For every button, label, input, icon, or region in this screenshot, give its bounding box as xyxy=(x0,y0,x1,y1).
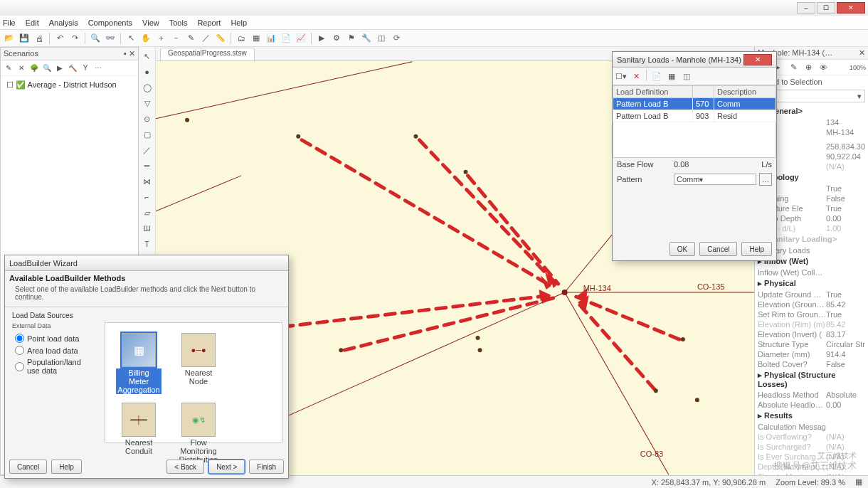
vt-pump-icon[interactable]: ⊙ xyxy=(141,112,154,125)
tb-undo-icon[interactable]: ↶ xyxy=(53,32,66,45)
col-val[interactable] xyxy=(692,86,714,98)
menu-analysis[interactable]: Analysis xyxy=(49,18,78,27)
menu-view[interactable]: View xyxy=(142,18,159,27)
tb-binoculars-icon[interactable]: 👓 xyxy=(104,32,117,45)
scen-run-icon[interactable]: ▶ xyxy=(54,63,65,74)
tb-measure-icon[interactable]: 📏 xyxy=(214,32,227,45)
tb-print-icon[interactable]: 🖨 xyxy=(33,32,46,45)
tb-refresh-icon[interactable]: ⟳ xyxy=(390,32,403,45)
window-close-button[interactable]: ✕ xyxy=(837,2,865,14)
base-flow-value[interactable]: 0.08 xyxy=(674,160,751,169)
vt-tank-icon[interactable]: ▢ xyxy=(141,128,154,141)
menu-edit[interactable]: Edit xyxy=(26,18,39,27)
tb-select-icon[interactable]: ↖ xyxy=(125,32,137,45)
prop-locate-icon[interactable]: ⊕ xyxy=(802,61,815,74)
prop-eye-icon[interactable]: 👁 xyxy=(817,61,830,74)
menu-file[interactable]: File xyxy=(3,18,16,27)
tb-open-icon[interactable]: 📂 xyxy=(3,32,16,45)
sanitary-close-button[interactable]: ✕ xyxy=(743,54,772,65)
pattern-ellipsis-button[interactable]: … xyxy=(759,173,772,186)
wizard-title-bar[interactable]: LoadBuilder Wizard xyxy=(5,255,288,271)
tb-find-icon[interactable]: 🔍 xyxy=(89,32,102,45)
vt-text-icon[interactable]: T xyxy=(141,238,154,250)
tb-cube-icon[interactable]: ◫ xyxy=(375,32,388,45)
menu-report[interactable]: Report xyxy=(197,18,221,27)
col-desc[interactable]: Description xyxy=(714,86,776,98)
tb-report-icon[interactable]: 📄 xyxy=(280,32,292,45)
scen-opts-icon[interactable]: ⋯ xyxy=(92,63,104,74)
wizard-next-button[interactable]: Next > xyxy=(208,460,245,474)
tb-zoom-out-icon[interactable]: － xyxy=(169,32,182,45)
tb-flag-icon[interactable]: ⚑ xyxy=(345,32,358,45)
col-load-def[interactable]: Load Definition xyxy=(613,86,693,98)
scen-tree-icon[interactable]: 🌳 xyxy=(28,63,40,74)
scen-hammer-icon[interactable]: 🔨 xyxy=(67,63,78,74)
loadbuilder-wizard-dialog: LoadBuilder Wizard Available LoadBuilder… xyxy=(4,255,289,479)
san-del-icon[interactable]: ✕ xyxy=(630,70,642,83)
vt-weir-icon[interactable]: Ш xyxy=(141,222,154,235)
sanitary-table[interactable]: Load Definition Description Pattern Load… xyxy=(613,85,776,122)
san-grid-icon[interactable]: ◫ xyxy=(680,70,693,83)
radio-area-load[interactable]: Area load data xyxy=(15,346,95,355)
prop-wand-icon[interactable]: ✎ xyxy=(787,61,800,74)
menu-help[interactable]: Help xyxy=(231,18,247,27)
pattern-label: Pattern xyxy=(617,175,674,184)
san-report-icon[interactable]: 📄 xyxy=(650,70,663,83)
thumb-flow-monitoring[interactable]: ◉↯ Flow Monitoring Distribution xyxy=(178,403,219,464)
wizard-back-button[interactable]: < Back xyxy=(166,460,204,474)
scen-new-icon[interactable]: ✎ xyxy=(3,63,14,74)
radio-point-load[interactable]: Point load data xyxy=(15,334,95,343)
tb-save-icon[interactable]: 💾 xyxy=(18,32,31,45)
menu-tools[interactable]: Tools xyxy=(169,18,188,27)
vt-node-icon[interactable]: ● xyxy=(141,65,154,78)
scen-search-icon[interactable]: 🔍 xyxy=(41,63,53,74)
pattern-combo[interactable]: Comm ▾ xyxy=(674,174,756,185)
vt-pond-icon[interactable]: ▱ xyxy=(141,206,154,219)
table-row[interactable]: Pattern Load B 570Comm xyxy=(613,98,776,110)
vt-cursor-icon[interactable]: ↖ xyxy=(141,50,154,63)
sanitary-cancel-button[interactable]: Cancel xyxy=(699,242,737,256)
wizard-finish-button[interactable]: Finish xyxy=(249,460,284,474)
thumb-nearest-conduit[interactable]: ═╪═ Nearest Conduit xyxy=(118,403,159,464)
properties-close-icon[interactable]: ✕ xyxy=(859,48,865,58)
vt-gutter-icon[interactable]: ⌐ xyxy=(141,191,154,203)
scen-fork-icon[interactable]: Y xyxy=(80,63,91,74)
sanitary-ok-button[interactable]: OK xyxy=(669,242,695,256)
tb-graph-icon[interactable]: 📈 xyxy=(295,32,307,45)
tb-redo-icon[interactable]: ↷ xyxy=(68,32,81,45)
table-row[interactable]: Pattern Load B 903Resid xyxy=(613,110,776,122)
tb-line-icon[interactable]: ／ xyxy=(199,32,212,45)
menu-components[interactable]: Components xyxy=(88,18,132,27)
wizard-help-button[interactable]: Help xyxy=(51,460,82,474)
tab-document[interactable]: GeospatialProgress.stsw xyxy=(160,48,255,60)
sanitary-title-bar[interactable]: Sanitary Loads - Manhole (MH-134) ✕ xyxy=(613,52,776,68)
window-minimize-button[interactable]: – xyxy=(797,2,815,14)
thumb-billing-meter[interactable]: ▦ Billing Meter Aggregation xyxy=(118,333,159,394)
vt-channel-icon[interactable]: ═ xyxy=(141,159,154,172)
vt-outfall-icon[interactable]: ▽ xyxy=(141,97,154,110)
sanitary-help-button[interactable]: Help xyxy=(741,242,772,256)
tb-play-icon[interactable]: ▶ xyxy=(315,32,328,45)
vt-valve-icon[interactable]: ⋈ xyxy=(141,175,154,188)
san-table-icon[interactable]: ▦ xyxy=(665,70,678,83)
tb-table-icon[interactable]: ▦ xyxy=(250,32,263,45)
thumb-nearest-node[interactable]: ●─● Nearest Node xyxy=(178,333,219,394)
tb-pan-icon[interactable]: ✋ xyxy=(139,32,152,45)
tb-gear-icon[interactable]: ⚙ xyxy=(330,32,343,45)
tb-zoom-in-icon[interactable]: ＋ xyxy=(154,32,167,45)
svg-point-28 xyxy=(681,337,685,341)
toolbar-row-1: 📂 💾 🖨 ↶ ↷ 🔍 👓 ↖ ✋ ＋ － ✎ ／ 📏 🗂 ▦ 📊 📄 📈 ▶ … xyxy=(0,30,868,47)
radio-population[interactable]: Population/land use data xyxy=(15,358,95,375)
tb-chart-icon[interactable]: 📊 xyxy=(265,32,277,45)
scenarios-pin-icon[interactable]: ▪ ✕ xyxy=(124,49,135,58)
tb-layers-icon[interactable]: 🗂 xyxy=(235,32,248,45)
window-maximize-button[interactable]: ☐ xyxy=(817,2,835,14)
vt-pipe-icon[interactable]: ／ xyxy=(141,144,154,157)
vt-manhole-icon[interactable]: ◯ xyxy=(141,81,154,94)
tb-pencil-icon[interactable]: ✎ xyxy=(184,32,197,45)
scen-del-icon[interactable]: ✕ xyxy=(16,63,27,74)
tb-wrench-icon[interactable]: 🔧 xyxy=(360,32,373,45)
san-new-icon[interactable]: ☐▾ xyxy=(615,70,628,83)
wizard-cancel-button[interactable]: Cancel xyxy=(9,460,47,474)
tree-item-average[interactable]: ☐ ✅ Average - District Hudson xyxy=(4,79,135,91)
